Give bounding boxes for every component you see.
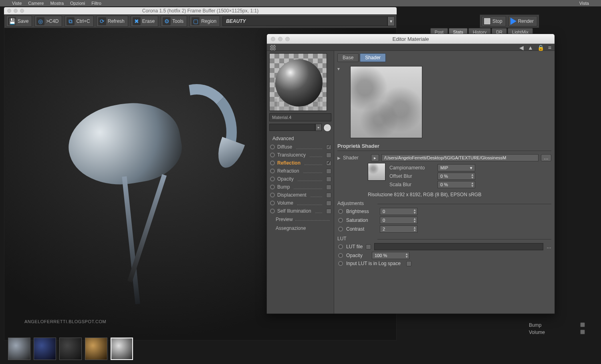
channel-refraction[interactable]: Refraction — [267, 167, 334, 175]
material-thumb[interactable] — [8, 338, 30, 360]
nav-up-icon[interactable]: ▲ — [528, 44, 533, 51]
render-pass-select[interactable]: BEAUTY ▾ — [222, 16, 395, 26]
copy-button[interactable]: ⧉Ctrl+C — [65, 16, 93, 27]
tab-shader[interactable]: Shader — [360, 53, 386, 62]
shader-path-field[interactable]: /Users/AngeloFerretti/Desktop/5GIGA/TEXT… — [381, 154, 538, 161]
preview-row[interactable]: Preview — [267, 215, 334, 224]
close-icon[interactable] — [271, 37, 275, 41]
browse-button[interactable]: … — [541, 154, 551, 161]
refresh-button[interactable]: ⟳Refresh — [96, 16, 128, 27]
nav-back-icon[interactable]: ◀ — [519, 44, 524, 51]
sampling-select[interactable]: MIP▾ — [438, 164, 475, 171]
app-menubar[interactable]: Viste Camere Mostra Opzioni Filtro Vista — [0, 0, 601, 6]
minimize-icon[interactable] — [14, 9, 18, 13]
erase-button[interactable]: ✖Erase — [131, 16, 158, 27]
brightness-input[interactable]: 0▲▼ — [380, 208, 417, 215]
radio-icon[interactable] — [270, 145, 275, 149]
menu-item[interactable]: Filtro — [91, 1, 101, 6]
prop-bump-check[interactable] — [580, 322, 585, 327]
channel-reflection[interactable]: Reflection — [267, 159, 334, 167]
menu-item[interactable]: Mostra — [50, 1, 64, 6]
radio-icon[interactable] — [338, 261, 343, 266]
expand-icon[interactable]: ▶ — [337, 156, 341, 160]
channel-translucency[interactable]: Translucency — [267, 151, 334, 159]
radio-icon[interactable] — [270, 169, 275, 173]
menu-item[interactable]: Vista — [579, 1, 589, 6]
channel-diffuse[interactable]: Diffuse — [267, 143, 334, 151]
material-name-field[interactable]: Material.4 — [269, 113, 331, 121]
texture-thumb[interactable] — [368, 163, 385, 181]
radio-icon[interactable] — [270, 161, 275, 165]
checkbox[interactable] — [326, 153, 331, 158]
save-button[interactable]: 💾Save — [6, 16, 32, 27]
offset-blur-input[interactable]: 0 %▲▼ — [438, 173, 475, 180]
radio-icon[interactable] — [270, 153, 275, 157]
scale-blur-input[interactable]: 0 %▲▼ — [438, 181, 475, 188]
checkbox[interactable] — [326, 161, 331, 166]
material-preview[interactable] — [269, 53, 327, 111]
channel-self-illumination[interactable]: Self Illumination — [267, 207, 334, 215]
render-button[interactable]: Render — [508, 16, 537, 26]
stop-button[interactable]: Stop — [482, 16, 506, 26]
render-pass-value[interactable]: BEAUTY — [222, 16, 387, 26]
c4d-button[interactable]: ◎>C4D — [34, 16, 62, 27]
texture-preview[interactable] — [350, 66, 422, 138]
material-thumb[interactable] — [59, 338, 82, 360]
material-thumb[interactable] — [85, 338, 107, 360]
tools-button[interactable]: ⚙Tools — [161, 16, 187, 27]
channel-volume[interactable]: Volume — [267, 199, 334, 207]
menu-item[interactable]: Viste — [12, 1, 22, 6]
zoom-icon[interactable] — [20, 9, 24, 13]
menu-icon[interactable]: ≡ — [548, 44, 551, 51]
shader-menu-button[interactable]: ▸ — [371, 154, 379, 161]
zoom-icon[interactable] — [285, 37, 290, 41]
lock-icon[interactable]: 🔒 — [537, 44, 544, 51]
radio-icon[interactable] — [338, 218, 343, 223]
lut-opacity-input[interactable]: 100 %▲▼ — [372, 252, 409, 259]
window-controls[interactable] — [271, 37, 290, 41]
dropdown-icon[interactable]: ▸ — [315, 124, 322, 131]
checkbox[interactable] — [326, 193, 331, 198]
radio-icon[interactable] — [270, 209, 275, 213]
window-controls[interactable] — [7, 9, 24, 13]
contrast-input[interactable]: 2▲▼ — [380, 225, 417, 233]
radio-icon[interactable] — [270, 177, 275, 181]
browse-button[interactable]: … — [547, 244, 551, 249]
checkbox[interactable] — [326, 169, 331, 174]
channel-bump[interactable]: Bump — [267, 183, 334, 191]
menu-item[interactable]: Camere — [28, 1, 44, 6]
radio-icon[interactable] — [338, 227, 343, 231]
saturation-input[interactable]: 0▲▼ — [380, 217, 417, 224]
assignment-row[interactable]: Assegnazione — [267, 224, 334, 233]
checkbox[interactable] — [326, 201, 331, 206]
channel-displacement[interactable]: Displacement — [267, 191, 334, 199]
expand-icon[interactable]: ▾ — [337, 66, 340, 72]
close-icon[interactable] — [7, 9, 11, 13]
radio-icon[interactable] — [270, 201, 275, 205]
region-button[interactable]: ▢Region — [190, 16, 220, 27]
texture-icon[interactable] — [270, 45, 276, 50]
lut-log-check[interactable] — [406, 261, 411, 266]
prop-volume-check[interactable] — [580, 330, 585, 334]
lut-file-check[interactable] — [366, 244, 371, 249]
picker-icon[interactable]: ↖ — [323, 124, 331, 132]
radio-icon[interactable] — [270, 193, 275, 197]
minimize-icon[interactable] — [278, 37, 282, 41]
lut-path-field[interactable] — [374, 243, 543, 250]
frame-buffer-titlebar[interactable]: Corona 1.5 (hotfix 2) Frame Buffer (1500… — [4, 7, 397, 14]
checkbox[interactable] — [326, 145, 331, 150]
checkbox[interactable] — [326, 177, 331, 182]
tab-base[interactable]: Base — [337, 53, 359, 62]
checkbox[interactable] — [326, 209, 331, 214]
material-thumb-selected[interactable] — [111, 338, 133, 360]
radio-icon[interactable] — [338, 209, 343, 214]
material-editor-titlebar[interactable]: Editor Materiale — [267, 34, 555, 44]
dropdown-icon[interactable]: ▾ — [387, 16, 395, 26]
radio-icon[interactable] — [270, 185, 275, 189]
radio-icon[interactable] — [338, 244, 343, 249]
material-slot-field[interactable] — [269, 124, 315, 131]
checkbox[interactable] — [326, 185, 331, 190]
radio-icon[interactable] — [338, 253, 343, 258]
channel-opacity[interactable]: Opacity — [267, 175, 334, 183]
material-thumb[interactable] — [34, 338, 56, 360]
